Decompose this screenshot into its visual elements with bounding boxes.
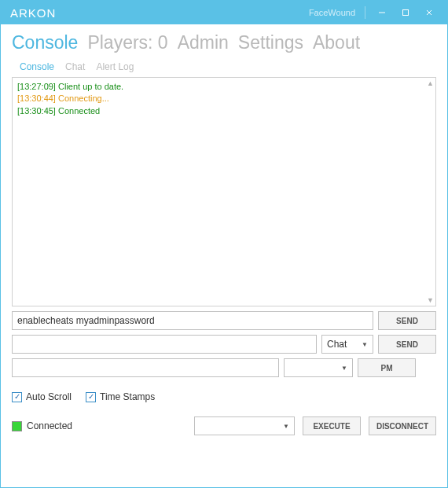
tab-settings[interactable]: Settings	[238, 32, 303, 53]
sub-tab-bar: Console Chat Alert Log	[1, 57, 447, 77]
tab-admin[interactable]: Admin	[178, 32, 229, 53]
tab-console[interactable]: Console	[12, 32, 78, 53]
username-label[interactable]: FaceWound	[309, 8, 355, 17]
subtab-console[interactable]: Console	[20, 61, 54, 72]
chat-dd-value: Chat	[327, 339, 347, 350]
checkbox-icon: ✓	[12, 392, 22, 402]
execute-button[interactable]: EXECUTE	[303, 416, 361, 435]
minimize-button[interactable]	[370, 1, 394, 24]
subtab-chat[interactable]: Chat	[65, 61, 85, 72]
auto-scroll-checkbox[interactable]: ✓ Auto Scroll	[12, 391, 72, 402]
chat-type-dropdown[interactable]: Chat ▼	[321, 335, 373, 354]
status-label: Connected	[27, 420, 72, 431]
log-timestamp: [13:30:45]	[17, 106, 56, 116]
title-bar: ARKON FaceWound	[1, 1, 447, 24]
subtab-alert-log[interactable]: Alert Log	[96, 61, 134, 72]
chat-input[interactable]	[12, 335, 317, 354]
time-stamps-checkbox[interactable]: ✓ Time Stamps	[86, 391, 155, 402]
status-indicator-icon	[12, 421, 22, 431]
disconnect-button[interactable]: DISCONNECT	[369, 416, 436, 435]
svg-rect-1	[403, 10, 409, 16]
log-line: [13:30:45] Connected	[17, 105, 431, 117]
chevron-down-icon: ▼	[283, 423, 289, 430]
log-line: [13:30:44] Connecting...	[17, 93, 431, 105]
log-timestamp: [13:30:44]	[17, 94, 56, 103]
log-timestamp: [13:27:09]	[17, 82, 56, 91]
bottom-bar: Connected ▼ EXECUTE DISCONNECT	[1, 405, 447, 440]
send-chat-button[interactable]: SEND	[378, 335, 436, 354]
connection-status: Connected	[12, 420, 72, 431]
auto-scroll-label: Auto Scroll	[26, 391, 72, 402]
log-message: Connected	[58, 106, 100, 116]
tab-about[interactable]: About	[313, 32, 360, 53]
command-input[interactable]	[12, 311, 373, 330]
options-row: ✓ Auto Scroll ✓ Time Stamps	[1, 383, 447, 405]
pm-target-dropdown[interactable]: ▼	[284, 358, 353, 377]
tab-players[interactable]: Players: 0	[87, 32, 167, 53]
chevron-down-icon: ▼	[341, 365, 347, 372]
chevron-down-icon: ▼	[362, 341, 368, 348]
log-line: [13:27:09] Client up to date.	[17, 81, 431, 93]
scroll-up-icon[interactable]: ▲	[427, 79, 434, 87]
checkbox-icon: ✓	[86, 392, 96, 402]
pm-input[interactable]	[12, 358, 279, 377]
close-button[interactable]	[417, 1, 441, 24]
pm-button[interactable]: PM	[358, 358, 416, 377]
time-stamps-label: Time Stamps	[100, 391, 155, 402]
execute-dropdown[interactable]: ▼	[194, 416, 295, 435]
app-title: ARKON	[10, 6, 56, 20]
scroll-down-icon[interactable]: ▼	[427, 296, 434, 304]
log-message: Client up to date.	[58, 82, 123, 91]
maximize-button[interactable]	[394, 1, 417, 24]
main-tab-bar: Console Players: 0 Admin Settings About	[1, 24, 447, 57]
log-message: Connecting...	[58, 94, 109, 103]
console-log[interactable]: ▲ [13:27:09] Client up to date. [13:30:4…	[12, 77, 436, 306]
send-command-button[interactable]: SEND	[378, 311, 436, 330]
